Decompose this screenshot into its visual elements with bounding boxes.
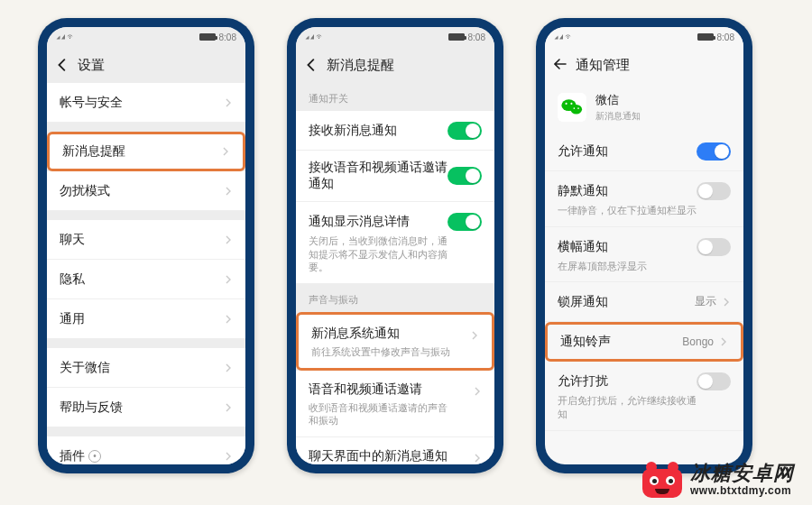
svg-point-5 bbox=[566, 103, 567, 105]
manage-list: 微信 新消息通知 允许通知 静默通知 一律静音，仅在下拉通知栏显示 bbox=[545, 83, 743, 464]
row-allow-notification[interactable]: 允许通知 bbox=[545, 132, 743, 171]
row-label: 锁屏通知 bbox=[558, 294, 695, 310]
wechat-app-icon bbox=[558, 93, 586, 122]
chevron-right-icon bbox=[224, 187, 233, 196]
row-label: 通用 bbox=[60, 311, 224, 327]
row-label: 接收新消息通知 bbox=[309, 123, 448, 139]
row-label: 聊天 bbox=[60, 232, 224, 248]
back-arrow-icon[interactable] bbox=[554, 59, 567, 71]
row-label: 静默通知 bbox=[558, 183, 697, 199]
signal-icon bbox=[56, 32, 79, 42]
status-time: 8:08 bbox=[468, 32, 485, 42]
chevron-right-icon bbox=[470, 331, 479, 340]
row-sublabel: 在屏幕顶部悬浮显示 bbox=[558, 260, 674, 273]
svg-point-2 bbox=[567, 38, 568, 39]
phone-notification-manage: 8:08 通知管理 bbox=[536, 18, 752, 473]
chevron-right-icon bbox=[224, 235, 233, 244]
row-receive-voip[interactable]: 接收语音和视频通话邀请通知 bbox=[296, 151, 494, 202]
row-general[interactable]: 通用 bbox=[47, 299, 245, 339]
screen-new-message: 8:08 新消息提醒 通知开关 接收新消息通知 接收语音和视频通话邀请通知 bbox=[296, 27, 494, 464]
signal-icon bbox=[305, 32, 328, 42]
newmsg-list: 通知开关 接收新消息通知 接收语音和视频通话邀请通知 通知显示消息详情 关闭后，… bbox=[296, 83, 494, 464]
battery-icon bbox=[199, 33, 216, 41]
section-sound-vibration: 声音与振动 bbox=[296, 284, 494, 312]
app-name: 微信 bbox=[595, 92, 641, 108]
row-account-security[interactable]: 帐号与安全 bbox=[47, 83, 245, 123]
row-chatlist-notify[interactable]: 聊天界面中的新消息通知 位于聊天界面和聊天列表中收到新消息的声音和振动 bbox=[296, 437, 494, 464]
phone-new-message: 8:08 新消息提醒 通知开关 接收新消息通知 接收语音和视频通话邀请通知 bbox=[287, 18, 503, 473]
status-bar: 8:08 bbox=[47, 27, 245, 47]
svg-point-4 bbox=[570, 105, 582, 115]
screen-settings: 8:08 设置 帐号与安全 新消息提醒 bbox=[47, 27, 245, 464]
row-label: 勿扰模式 bbox=[60, 183, 224, 199]
row-label: 隐私 bbox=[60, 271, 224, 288]
chevron-right-icon bbox=[719, 337, 728, 346]
row-label: 横幅通知 bbox=[558, 239, 697, 255]
info-icon: • bbox=[88, 450, 101, 463]
row-lockscreen[interactable]: 锁屏通知 显示 bbox=[545, 282, 743, 322]
row-label: 新消息系统通知 bbox=[311, 326, 479, 342]
toggle-silent[interactable] bbox=[697, 182, 731, 200]
row-label: 新消息提醒 bbox=[62, 143, 221, 160]
row-about[interactable]: 关于微信 bbox=[47, 348, 245, 388]
chevron-right-icon bbox=[473, 387, 482, 396]
toggle-banner[interactable] bbox=[697, 238, 731, 256]
row-value: Bongo bbox=[682, 335, 714, 348]
row-banner[interactable]: 横幅通知 在屏幕顶部悬浮显示 bbox=[545, 227, 743, 283]
row-voip-invite[interactable]: 语音和视频通话邀请 收到语音和视频通话邀请的声音和振动 bbox=[296, 371, 494, 437]
row-sublabel: 开启免打扰后，允许继续接收通知 bbox=[558, 394, 731, 420]
row-ringtone[interactable]: 通知铃声 Bongo bbox=[545, 322, 743, 362]
chevron-right-icon bbox=[722, 298, 731, 307]
row-sublabel: 收到语音和视频通话邀请的声音和振动 bbox=[309, 401, 482, 427]
row-chat[interactable]: 聊天 bbox=[47, 220, 245, 260]
back-icon[interactable] bbox=[56, 59, 69, 71]
page-title: 新消息提醒 bbox=[327, 57, 394, 74]
toggle-receive[interactable] bbox=[448, 122, 482, 140]
chevron-right-icon bbox=[221, 147, 230, 156]
toggle-detail[interactable] bbox=[448, 213, 482, 231]
row-sublabel: 关闭后，当收到微信消息时，通知提示将不显示发信人和内容摘要。 bbox=[309, 234, 482, 274]
row-label: 接收语音和视频通话邀请通知 bbox=[309, 160, 448, 192]
page-title: 通知管理 bbox=[576, 57, 630, 74]
row-allow-disturb[interactable]: 允许打扰 开启免打扰后，允许继续接收通知 bbox=[545, 362, 743, 430]
battery-icon bbox=[697, 33, 714, 41]
row-label: 帐号与安全 bbox=[60, 95, 224, 111]
chevron-right-icon bbox=[224, 98, 233, 107]
row-dnd-mode[interactable]: 勿扰模式 bbox=[47, 171, 245, 211]
toggle-allow-disturb[interactable] bbox=[697, 372, 731, 390]
row-label: 帮助与反馈 bbox=[60, 399, 224, 416]
back-icon[interactable] bbox=[305, 59, 318, 71]
status-time: 8:08 bbox=[219, 32, 236, 42]
nav-bar: 设置 bbox=[47, 47, 245, 83]
row-value: 显示 bbox=[695, 294, 716, 309]
chevron-right-icon bbox=[224, 403, 233, 412]
phone-settings: 8:08 设置 帐号与安全 新消息提醒 bbox=[38, 18, 254, 473]
svg-point-1 bbox=[318, 38, 319, 39]
status-bar: 8:08 bbox=[296, 27, 494, 47]
watermark-title: 冰糖安卓网 bbox=[690, 463, 794, 484]
row-label: 允许通知 bbox=[558, 143, 697, 160]
svg-point-6 bbox=[570, 103, 572, 105]
watermark-mascot-icon bbox=[640, 462, 685, 498]
chevron-right-icon bbox=[224, 275, 233, 284]
row-label: 语音和视频通话邀请 bbox=[309, 381, 482, 398]
chevron-right-icon bbox=[473, 454, 482, 463]
row-new-message-alert[interactable]: 新消息提醒 bbox=[47, 132, 245, 171]
row-system-notification[interactable]: 新消息系统通知 前往系统设置中修改声音与振动 bbox=[296, 312, 494, 371]
row-receive-new-msg[interactable]: 接收新消息通知 bbox=[296, 111, 494, 151]
section-notification-switch: 通知开关 bbox=[296, 83, 494, 111]
row-silent[interactable]: 静默通知 一律静音，仅在下拉通知栏显示 bbox=[545, 171, 743, 227]
row-plugins[interactable]: 插件 • bbox=[47, 436, 245, 464]
signal-icon bbox=[554, 32, 577, 42]
row-sublabel: 前往系统设置中修改声音与振动 bbox=[311, 345, 477, 359]
chevron-right-icon bbox=[224, 452, 233, 461]
row-show-detail[interactable]: 通知显示消息详情 关闭后，当收到微信消息时，通知提示将不显示发信人和内容摘要。 bbox=[296, 202, 494, 284]
chevron-right-icon bbox=[224, 315, 233, 324]
svg-point-8 bbox=[577, 107, 579, 109]
row-help[interactable]: 帮助与反馈 bbox=[47, 388, 245, 427]
screen-notification-manage: 8:08 通知管理 bbox=[545, 27, 743, 464]
toggle-voip[interactable] bbox=[448, 167, 482, 185]
row-privacy[interactable]: 隐私 bbox=[47, 260, 245, 299]
row-label: 插件 • bbox=[60, 448, 224, 464]
toggle-allow[interactable] bbox=[697, 142, 731, 161]
